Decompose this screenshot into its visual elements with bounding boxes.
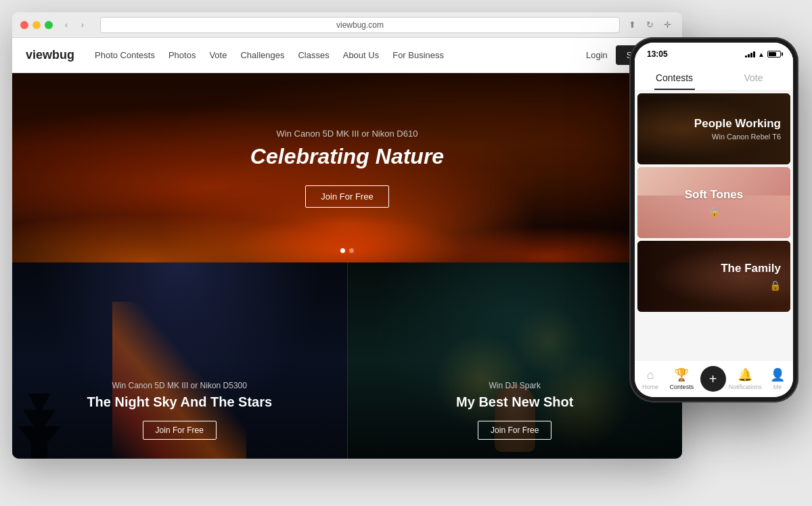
login-link[interactable]: Login (586, 50, 608, 60)
status-time: 13:05 (647, 49, 745, 59)
notifications-icon: 🔔 (738, 367, 752, 382)
me-icon: 👤 (770, 367, 785, 382)
phone-card-3-title: The Family (721, 262, 781, 275)
browser-actions: ⬆ ↻ ✛ (625, 18, 674, 32)
site-logo: viewbug (26, 48, 74, 62)
bottom-nav-me[interactable]: 👤 Me (762, 367, 793, 390)
phone-contest-card-soft-tones[interactable]: Soft Tones 🔒 (637, 167, 790, 238)
nav-vote[interactable]: Vote (209, 50, 227, 60)
best-shot-title: My Best New Shot (456, 394, 573, 410)
hero-content: Win Canon 5D MK III or Nikon D610 Celebr… (12, 73, 682, 262)
nav-photos[interactable]: Photos (168, 50, 196, 60)
upload-icon: + (709, 371, 717, 387)
phone-contest-card-people-working[interactable]: People Working Win Canon Rebel T6 (637, 93, 790, 164)
refresh-icon[interactable]: ↻ (643, 18, 656, 32)
signal-bar-3 (750, 53, 752, 58)
phone-card-3-text: The Family 🔒 (637, 241, 790, 312)
hero-title: Celebrating Nature (250, 144, 444, 169)
minimize-button[interactable] (32, 21, 41, 29)
phone-card-1-subtitle: Win Canon Rebel T6 (712, 133, 781, 141)
browser-titlebar: ‹ › viewbug.com ⬆ ↻ ✛ (12, 12, 682, 38)
home-label: Home (642, 384, 658, 390)
soft-tones-lock-icon: 🔒 (708, 206, 720, 217)
slide-dot-1[interactable] (340, 248, 345, 253)
night-sky-subtitle: Win Canon 5D MK III or Nikon D5300 (112, 381, 247, 390)
contests-row: Win Canon 5D MK III or Nikon D5300 The N… (12, 262, 682, 459)
tab-vote[interactable]: Vote (714, 66, 793, 90)
bottom-nav-upload[interactable]: + (698, 366, 729, 392)
bottom-nav-contests[interactable]: 🏆 Contests (666, 367, 697, 390)
nav-photo-contests[interactable]: Photo Contests (95, 50, 155, 60)
browser-window: ‹ › viewbug.com ⬆ ↻ ✛ viewbug Photo Cont… (12, 12, 682, 459)
me-label: Me (773, 384, 782, 390)
hero-section: Win Canon 5D MK III or Nikon D610 Celebr… (12, 73, 682, 262)
phone-card-1-title: People Working (694, 117, 781, 131)
phone-card-2-title: Soft Tones (685, 188, 744, 202)
home-icon: ⌂ (647, 368, 654, 382)
nav-about-us[interactable]: About Us (343, 50, 379, 60)
family-lock-icon: 🔒 (769, 280, 781, 291)
tab-contests[interactable]: Contests (635, 66, 714, 90)
phone-content: People Working Win Canon Rebel T6 Soft T… (635, 91, 793, 360)
nav-classes[interactable]: Classes (298, 50, 329, 60)
battery-icon (767, 51, 781, 58)
url-text: viewbug.com (336, 20, 384, 30)
maximize-button[interactable] (45, 21, 53, 29)
contests-icon: 🏆 (674, 367, 689, 382)
bottom-nav-notifications[interactable]: 🔔 Notifications (729, 367, 762, 390)
phone-mockup: 13:05 ▲ Contests Vote (629, 37, 798, 402)
new-tab-icon[interactable]: ✛ (660, 18, 674, 32)
phone-screen: 13:05 ▲ Contests Vote (635, 43, 793, 397)
night-sky-cta-button[interactable]: Join For Free (143, 421, 217, 440)
phone-status-bar: 13:05 ▲ (635, 43, 793, 66)
upload-button[interactable]: + (700, 366, 726, 392)
phone-card-2-text: Soft Tones 🔒 (637, 167, 790, 238)
signal-bar-2 (748, 54, 750, 58)
slide-dot-2[interactable] (349, 248, 354, 253)
hero-cta-button[interactable]: Join For Free (305, 185, 388, 208)
best-shot-cta-button[interactable]: Join For Free (478, 421, 551, 440)
forward-button[interactable]: › (76, 18, 89, 32)
address-bar[interactable]: viewbug.com (100, 17, 620, 33)
site-navigation: viewbug Photo Contests Photos Vote Chall… (12, 38, 682, 73)
phone-contest-card-family[interactable]: The Family 🔒 (637, 241, 790, 312)
bottom-nav-home[interactable]: ⌂ Home (635, 368, 666, 390)
signal-icon (745, 51, 755, 58)
hero-subtitle: Win Canon 5D MK III or Nikon D610 (277, 129, 418, 139)
night-sky-content: Win Canon 5D MK III or Nikon D5300 The N… (12, 262, 347, 459)
nav-challenges[interactable]: Challenges (240, 50, 284, 60)
back-button[interactable]: ‹ (60, 18, 73, 32)
traffic-lights (20, 21, 53, 29)
share-icon[interactable]: ⬆ (625, 18, 639, 32)
battery-fill (769, 52, 776, 56)
wifi-icon: ▲ (758, 51, 765, 58)
contests-label: Contests (670, 384, 694, 390)
best-shot-subtitle: Win DJI Spark (489, 381, 541, 390)
close-button[interactable] (20, 21, 28, 29)
website-content: viewbug Photo Contests Photos Vote Chall… (12, 38, 682, 459)
slide-indicators (340, 248, 354, 253)
phone-card-1-text: People Working Win Canon Rebel T6 (637, 93, 790, 164)
notifications-label: Notifications (729, 384, 762, 390)
night-sky-title: The Night Sky And The Stars (87, 394, 272, 410)
signal-bar-4 (753, 51, 755, 58)
phone-tabs: Contests Vote (635, 66, 793, 91)
browser-nav: ‹ › (60, 18, 89, 32)
nav-for-business[interactable]: For Business (392, 50, 444, 60)
contest-card-night-sky: Win Canon 5D MK III or Nikon D5300 The N… (12, 262, 347, 459)
nav-links: Photo Contests Photos Vote Challenges Cl… (95, 50, 586, 60)
phone-bottom-nav: ⌂ Home 🏆 Contests + 🔔 Notifications 👤 Me (635, 360, 793, 397)
status-icons: ▲ (745, 51, 781, 58)
signal-bar-1 (745, 55, 747, 58)
